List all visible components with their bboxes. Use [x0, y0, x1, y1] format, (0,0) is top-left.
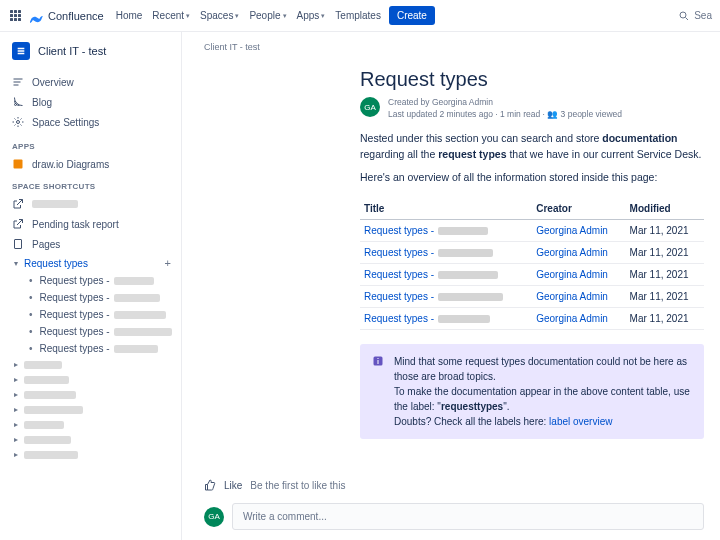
tree-sibling[interactable]: ▸ [12, 417, 181, 432]
tree-sibling[interactable]: ▸ [12, 402, 181, 417]
redacted-text [24, 406, 83, 414]
sidebar-section-apps: Apps [0, 134, 181, 154]
space-header[interactable]: Client IT - test [0, 42, 181, 70]
redacted-text [32, 200, 78, 208]
chevron-right-icon[interactable]: ▸ [12, 390, 20, 399]
svg-point-0 [680, 12, 686, 18]
redacted-text [114, 294, 160, 302]
nav-item-apps[interactable]: Apps▾ [297, 10, 326, 21]
chevron-right-icon[interactable]: ▸ [12, 435, 20, 444]
tree-child[interactable]: •Request types - [26, 323, 181, 340]
row-title-link[interactable]: Request types - [364, 313, 434, 324]
comment-row: GA Write a comment... [204, 503, 704, 530]
tree-label: Request types [24, 258, 88, 269]
chevron-down-icon: ▾ [283, 12, 287, 20]
sidebar-shortcut-0[interactable] [0, 194, 181, 214]
sidebar-shortcut-1[interactable]: Pending task report [0, 214, 181, 234]
tree-sibling[interactable]: ▸ [12, 357, 181, 372]
like-icon[interactable] [204, 479, 216, 491]
row-title-link[interactable]: Request types - [364, 225, 434, 236]
nav-item-people[interactable]: People▾ [249, 10, 286, 21]
row-modified: Mar 11, 2021 [626, 242, 704, 264]
chevron-down-icon[interactable]: ▾ [12, 259, 20, 268]
redacted-text [24, 421, 64, 429]
chevron-right-icon[interactable]: ▸ [12, 450, 20, 459]
product-logo[interactable]: Confluence [30, 9, 104, 23]
redacted-text [24, 436, 71, 444]
row-creator-link[interactable]: Georgina Admin [536, 269, 608, 280]
tree-sibling[interactable]: ▸ [12, 372, 181, 387]
tree-child[interactable]: •Request types - [26, 289, 181, 306]
row-creator-link[interactable]: Georgina Admin [536, 313, 608, 324]
create-button[interactable]: Create [389, 6, 435, 25]
chevron-right-icon[interactable]: ▸ [12, 375, 20, 384]
redacted-text [24, 376, 69, 384]
shortcut-icon [12, 198, 24, 210]
like-button[interactable]: Like [224, 480, 242, 491]
row-creator-link[interactable]: Georgina Admin [536, 247, 608, 258]
space-icon [12, 42, 30, 60]
chevron-down-icon: ▾ [321, 12, 325, 20]
redacted-text [114, 328, 172, 336]
nav-item-recent[interactable]: Recent▾ [152, 10, 190, 21]
tree-sibling[interactable]: ▸ [12, 387, 181, 402]
row-title-link[interactable]: Request types - [364, 269, 434, 280]
nav-item-spaces[interactable]: Spaces▾ [200, 10, 239, 21]
tree-child[interactable]: •Request types - [26, 340, 181, 357]
table-header: Creator [532, 198, 625, 220]
svg-rect-6 [378, 360, 379, 364]
svg-rect-3 [14, 160, 23, 169]
comment-input[interactable]: Write a comment... [232, 503, 704, 530]
sidebar-label: draw.io Diagrams [32, 159, 109, 170]
chevron-right-icon[interactable]: ▸ [12, 360, 20, 369]
table-row: Request types - Georgina AdminMar 11, 20… [360, 220, 704, 242]
main-content: Client IT - test Request types GA Create… [182, 32, 720, 540]
product-name: Confluence [48, 10, 104, 22]
redacted-text [438, 271, 498, 279]
add-child-page-icon[interactable]: + [165, 257, 171, 269]
table-row: Request types - Georgina AdminMar 11, 20… [360, 286, 704, 308]
author-avatar[interactable]: GA [360, 97, 380, 117]
overview-icon [12, 76, 24, 88]
search-icon [678, 10, 690, 22]
nav-items: HomeRecent▾Spaces▾People▾Apps▾Templates [116, 10, 381, 21]
confluence-icon [30, 9, 44, 23]
svg-rect-7 [378, 358, 379, 359]
breadcrumb[interactable]: Client IT - test [204, 42, 704, 52]
app-switcher-icon[interactable] [8, 9, 22, 23]
nav-item-templates[interactable]: Templates [335, 10, 381, 21]
page-title: Request types [360, 68, 704, 91]
redacted-text [438, 249, 493, 257]
top-nav: Confluence HomeRecent▾Spaces▾People▾Apps… [0, 0, 720, 32]
tree-sibling[interactable]: ▸ [12, 447, 181, 462]
table-header: Modified [626, 198, 704, 220]
search-placeholder: Sea [694, 10, 712, 21]
sidebar-item-overview[interactable]: Overview [0, 72, 181, 92]
tree-child[interactable]: •Request types - [26, 272, 181, 289]
svg-point-2 [17, 121, 20, 124]
row-title-link[interactable]: Request types - [364, 247, 434, 258]
nav-item-home[interactable]: Home [116, 10, 143, 21]
row-creator-link[interactable]: Georgina Admin [536, 225, 608, 236]
label-overview-link[interactable]: label overview [549, 416, 612, 427]
row-creator-link[interactable]: Georgina Admin [536, 291, 608, 302]
sidebar-label: Pages [32, 239, 60, 250]
row-title-link[interactable]: Request types - [364, 291, 434, 302]
sidebar-item-pages[interactable]: Pages [0, 234, 181, 254]
blog-icon [12, 96, 24, 108]
chevron-right-icon[interactable]: ▸ [12, 405, 20, 414]
like-row: Like Be the first to like this [204, 473, 704, 497]
sidebar-item-drawio[interactable]: draw.io Diagrams [0, 154, 181, 174]
search-box[interactable]: Sea [678, 10, 712, 22]
author-link[interactable]: Georgina Admin [432, 97, 493, 107]
redacted-text [438, 315, 490, 323]
table-header: Title [360, 198, 532, 220]
chevron-right-icon[interactable]: ▸ [12, 420, 20, 429]
redacted-text [24, 361, 62, 369]
tree-child[interactable]: •Request types - [26, 306, 181, 323]
tree-node-request-types[interactable]: ▾ Request types + [12, 254, 181, 272]
sidebar-item-blog[interactable]: Blog [0, 92, 181, 112]
svg-rect-4 [15, 240, 22, 249]
tree-sibling[interactable]: ▸ [12, 432, 181, 447]
sidebar-item-settings[interactable]: Space Settings [0, 112, 181, 132]
